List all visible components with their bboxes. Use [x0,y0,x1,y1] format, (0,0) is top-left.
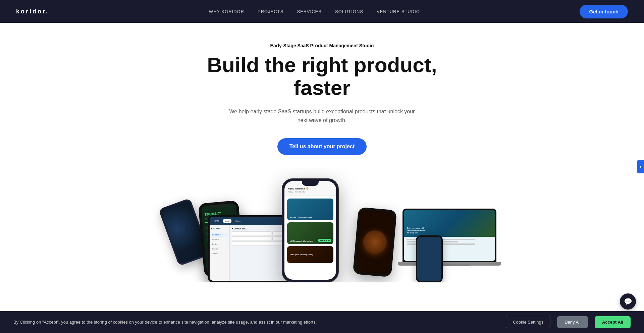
tablet-menu-item: Reports [211,247,228,251]
center-screen: Hello Arianna 👋 Today · Jan 31, 2024 Pro… [284,181,336,280]
tablet-menu-item: Dashboard [211,233,228,237]
small-right-screen [417,237,441,281]
tablet-tab: Sales [233,219,243,223]
device-small-right [416,235,443,282]
hero-section: Early-Stage SaaS Product Management Stud… [0,0,644,168]
laptop-base [398,262,501,266]
nav-projects[interactable]: PROJECTS [258,9,283,14]
edge-chevron[interactable]: ‹ [637,160,644,173]
card-label-1: Product Design Course [290,216,312,218]
tablet-tab-active: Lead [223,219,231,223]
tablet-logo: Koridor [211,227,228,230]
coffee-screen [355,209,395,275]
hero-description: We help early stage SaaS startups build … [228,107,416,124]
center-card-2: UX Research Workshop BOOK NOW [287,222,333,244]
tablet-menu-item: Contacts [211,237,228,241]
phone-notch [302,181,319,186]
coffee-image [362,229,388,255]
tablet-field [232,236,271,240]
nav-services[interactable]: SERVICES [297,9,322,14]
tablet-field [232,231,271,235]
nav-solutions[interactable]: SOLUTIONS [335,9,363,14]
hero-cta-button[interactable]: Tell us about your project [277,138,367,155]
tablet-sidebar: Koridor Dashboard Contacts Deals Reports… [210,225,230,281]
device-showcase: $26,981.02 TOTAL ACTIVE Google Inc. +$1,… [0,168,644,282]
tablet-menu-item: Deals [211,242,228,246]
chevron-left-icon: ‹ [640,164,641,170]
tablet-menu-item: Settings [211,252,228,256]
card-label-2: UX Research Workshop [290,240,313,242]
center-card-3: Start your journey today [287,246,333,263]
nav-links: WHY KORIDOR PROJECTS SERVICES SOLUTIONS … [209,8,420,14]
nav-venture-studio[interactable]: VENTURE STUDIO [377,9,420,14]
hero-title: Build the right product, faster [201,54,443,99]
tablet-tab: CRM [212,219,221,223]
device-center-phone: Hello Arianna 👋 Today · Jan 31, 2024 Pro… [282,178,339,282]
laptop-hero-text: Drive innovation withseamless experience… [407,227,425,234]
nav-why-koridor[interactable]: WHY KORIDOR [209,9,244,14]
center-cards: Product Design Course UX Research Worksh… [284,196,336,280]
card-label-3: Start your journey today [290,254,313,256]
laptop-hero-image: Drive innovation withseamless experience… [404,210,495,237]
center-greeting: Hello Arianna 👋 [288,187,333,190]
center-card-1: Product Design Course [287,199,333,220]
get-in-touch-button[interactable]: Get in touch [580,5,628,18]
book-button[interactable]: BOOK NOW [318,239,331,242]
device-coffee-phone [353,207,397,277]
navbar: koridor. WHY KORIDOR PROJECTS SERVICES S… [0,0,644,23]
brand-logo[interactable]: koridor. [16,8,49,15]
device-container: $26,981.02 TOTAL ACTIVE Google Inc. +$1,… [154,175,490,282]
center-date: Today · Jan 31, 2024 [288,191,333,193]
hero-subtitle: Early-Stage SaaS Product Management Stud… [270,43,374,48]
